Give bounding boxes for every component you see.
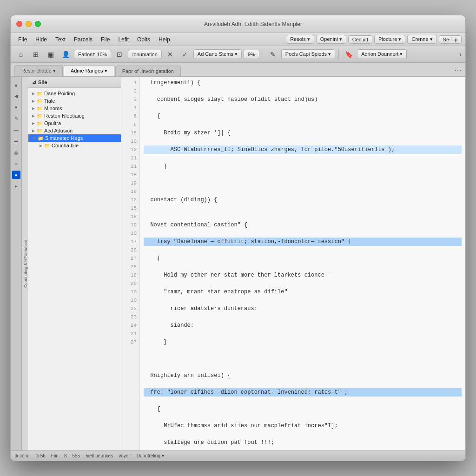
status-num1-label: 8: [64, 453, 67, 458]
tree-label: Dane Poiding: [44, 91, 75, 96]
menubar-right: Resols ▾ Openini ▾ Cecuitt Piocture ▾ Cr…: [286, 35, 462, 44]
status-label1: 5ielt beunxes: [86, 453, 113, 458]
resols-button[interactable]: Resols ▾: [286, 35, 314, 44]
toolbar: ⌂ ⊞ ▣ 👤 Eatlont: 10% ⊡ Ionumation ✕ ✓ Ad…: [11, 46, 465, 63]
tab-adme[interactable]: Adme Ranges ▾: [64, 65, 114, 76]
openini-button[interactable]: Openini ▾: [316, 35, 346, 44]
menu-oolts[interactable]: Oolts: [133, 35, 154, 44]
tree-item-coucha[interactable]: ▶ 📁 Coucha bile: [36, 142, 121, 149]
file-panel: ⊿ Sile ▶ 📁 Dane Poiding ▶ 📁 Tiale ▶ 📁 Mi: [28, 77, 121, 450]
menu-text[interactable]: Text: [52, 35, 69, 44]
main-window: An·vilodeh Adh. Editth Sidentts Manpler …: [10, 15, 466, 461]
menu-lefit[interactable]: Lefit: [114, 35, 132, 44]
piocture-button[interactable]: Piocture ▾: [374, 35, 405, 44]
divider1: —: [12, 125, 20, 134]
code-area[interactable]: trngerement!) { conbent sloges slayt nas…: [140, 77, 465, 450]
percent-label[interactable]: 9%: [244, 50, 259, 59]
nav-globe-icon[interactable]: ◎: [12, 148, 20, 157]
tree-item-simaneteo[interactable]: ▼ 📁 Simaneteo Hegs: [28, 134, 121, 142]
tree-label: Opuitra: [44, 120, 61, 126]
status-label2-text: voyeir: [119, 453, 131, 458]
status-fin-label: Fiin: [51, 453, 59, 458]
chevron-icon: ▶: [32, 114, 35, 118]
nav-pencil-icon[interactable]: ✎: [12, 114, 20, 122]
tree-item-reston[interactable]: ▶ 📁 Reston Nleotiaiog: [28, 112, 121, 119]
folder-icon: 📁: [37, 128, 42, 133]
tab-resor[interactable]: Resor ellated ▾: [14, 65, 63, 76]
tree-item-minoms[interactable]: ▶ 📁 Minoms: [28, 105, 121, 112]
statusbar: ⊕ cond ⊙ 56 Fiin 8 555 5ielt beunxes voy…: [11, 450, 465, 461]
tree-label: Coucha bile: [52, 143, 79, 148]
tree-item-tiale[interactable]: ▶ 📁 Tiale: [28, 97, 121, 105]
editor-content[interactable]: 1234 6 618 101011111819 19 12151819 1017…: [121, 77, 465, 450]
check-icon[interactable]: ✓: [178, 48, 192, 61]
folder-icon: 📁: [37, 113, 42, 119]
minimize-button[interactable]: [26, 21, 32, 27]
status-cond: ⊕ cond: [14, 453, 30, 458]
nav-up-icon[interactable]: ▲: [12, 80, 20, 89]
tool2-icon[interactable]: ▣: [44, 48, 57, 61]
folder-icon: 📁: [44, 143, 50, 148]
titlebar: An·vilodeh Adh. Editth Sidentts Manpler: [11, 15, 465, 33]
menu-help[interactable]: Help: [155, 35, 174, 44]
nav-dot-icon[interactable]: ●: [12, 171, 20, 179]
adrion-dropdown[interactable]: Adrion Dounnert ▾: [357, 49, 407, 59]
status-label2: voyeir: [119, 453, 131, 458]
chevron-icon: ▶: [32, 121, 35, 126]
tabbar: Resor ellated ▾ Adme Ranges ▾ Papr of .I…: [11, 63, 465, 77]
left-iconbar: ▲ ◀ ● ✎ — ☰ ◎ ☆ ● ▸: [11, 77, 22, 450]
ionum-icon[interactable]: ⊡: [113, 48, 126, 61]
pencil-icon[interactable]: ✎: [266, 48, 279, 61]
tree-label: Minoms: [44, 106, 62, 111]
window-title: An·vilodeh Adh. Editth Sidentts Manpler: [46, 21, 460, 27]
status-dropdown[interactable]: Dundtreling ▾: [137, 453, 164, 458]
menu-parcels[interactable]: Parcels: [70, 35, 96, 44]
tree-item-acd[interactable]: ▶ 📁 Acd Adusion: [28, 127, 121, 134]
menu-file2[interactable]: File: [97, 35, 113, 44]
tree-item-opuitra[interactable]: ▶ 📁 Opuitra: [28, 119, 121, 127]
tree-item-dane[interactable]: ▶ 📁 Dane Poiding: [28, 90, 121, 97]
maximize-button[interactable]: [35, 21, 41, 27]
crenne-button[interactable]: Crenne ▾: [407, 35, 436, 44]
status-num1: 8: [64, 453, 67, 458]
nav-list-icon[interactable]: ☰: [12, 137, 20, 145]
home-icon[interactable]: ⌂: [14, 48, 27, 61]
adcane-dropdown[interactable]: Ad Cane Stems ▾: [193, 49, 242, 59]
file-panel-title: ⊿: [32, 79, 36, 85]
pin-icon: ⊙: [35, 453, 39, 458]
setip-button[interactable]: Se·Tip: [439, 35, 462, 44]
tab-more-icon[interactable]: ⋯: [454, 66, 462, 76]
status-label1-text: 5ielt beunxes: [86, 453, 113, 458]
editor-area[interactable]: 1234 6 618 101011111819 19 12151819 1017…: [121, 77, 465, 450]
font-dropdown[interactable]: Eatlont: 10%: [74, 50, 111, 59]
line-numbers: 1234 6 618 101011111819 19 12151819 1017…: [121, 77, 140, 450]
chevron-icon: ▶: [32, 92, 35, 96]
chevron-icon: ▶: [32, 99, 35, 103]
file-panel-label: Sile: [38, 79, 47, 85]
tree-label: Tiale: [44, 98, 55, 104]
folder-icon: 📁: [37, 91, 42, 96]
cecuitt-button[interactable]: Cecuitt: [348, 35, 372, 44]
tool1-icon[interactable]: ⊞: [29, 48, 42, 61]
x-icon[interactable]: ✕: [164, 48, 177, 61]
folder-icon: 📁: [37, 99, 42, 104]
tool3-icon[interactable]: 👤: [59, 48, 72, 61]
tab-papr[interactable]: Papr of .Invorrigatation: [115, 66, 181, 76]
status-num2: 555: [73, 453, 80, 458]
nav-tag-icon[interactable]: ▸: [12, 182, 20, 190]
status-left-label: cond: [20, 453, 30, 458]
nav-back-icon[interactable]: ◀: [12, 92, 20, 100]
overflow-icon[interactable]: ›: [459, 50, 462, 59]
menu-hide[interactable]: Hide: [32, 35, 51, 44]
traffic-lights: [16, 21, 41, 27]
ionumation-dropdown[interactable]: Ionumation: [128, 50, 161, 59]
status-fin: Fiin: [51, 453, 59, 458]
nav-fwd-icon[interactable]: ●: [12, 103, 20, 111]
pocls-dropdown[interactable]: Pocls Capi Spiods ▾: [281, 49, 335, 59]
nav-star-icon[interactable]: ☆: [12, 159, 20, 168]
adrion-icon[interactable]: 🔖: [342, 48, 355, 61]
menu-file[interactable]: File: [14, 35, 31, 44]
vertical-label: Copnnotiiig & HFormation: [22, 77, 28, 450]
close-button[interactable]: [16, 21, 22, 27]
folder-icon: 📁: [37, 121, 42, 126]
